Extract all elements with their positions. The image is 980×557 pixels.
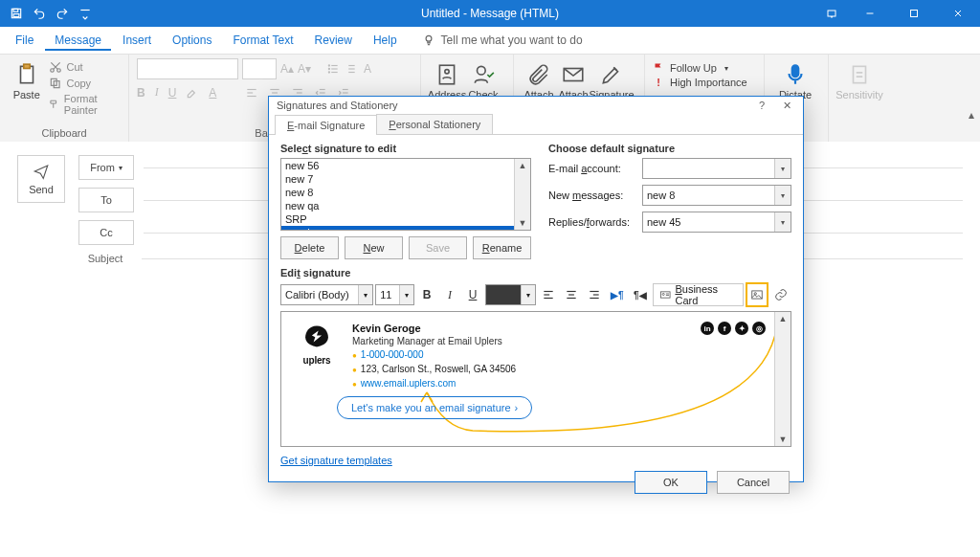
send-icon	[33, 163, 50, 180]
sensitivity-icon	[847, 62, 872, 87]
scrollbar[interactable]: ▲▼	[514, 159, 530, 230]
list-item[interactable]: new 56	[281, 159, 530, 172]
tab-personal-stationery[interactable]: Personal Stationery	[376, 114, 493, 134]
italic-button[interactable]: I	[155, 85, 159, 100]
clear-format-icon[interactable]: A	[361, 62, 374, 76]
svg-rect-40	[439, 65, 454, 84]
email-account-combo[interactable]: ▾	[642, 158, 791, 179]
menu-file[interactable]: File	[6, 30, 43, 51]
rename-button[interactable]: Rename	[473, 236, 531, 259]
tell-me-label: Tell me what you want to do	[441, 33, 583, 47]
font-name-combo[interactable]	[137, 58, 238, 79]
cut-button[interactable]: Cut	[49, 60, 121, 74]
list-item-selected[interactable]: yuval	[281, 226, 530, 231]
editor-toolbar: Calibri (Body)▾ 11▾ B I U ▾ ▶¶ ¶◀ Busine…	[280, 282, 791, 307]
attach-file-button[interactable]: Attach	[522, 58, 556, 100]
svg-point-18	[328, 68, 329, 69]
insert-image-button[interactable]	[746, 282, 768, 307]
editor-align-left-button[interactable]	[538, 283, 559, 306]
replies-combo[interactable]: new 45▾	[642, 212, 791, 233]
editor-rtl-button[interactable]: ¶◀	[630, 283, 651, 306]
cancel-button[interactable]: Cancel	[717, 471, 790, 494]
envelope-icon	[561, 62, 586, 87]
signature-button[interactable]: Signature	[590, 58, 633, 100]
format-painter-button[interactable]: Format Painter	[49, 93, 121, 116]
bold-button[interactable]: B	[137, 86, 145, 100]
facebook-icon: f	[718, 322, 731, 335]
editor-align-center-button[interactable]	[561, 283, 582, 306]
font-color-icon[interactable]: A	[209, 86, 216, 100]
copy-button[interactable]: Copy	[49, 77, 121, 90]
signature-cta[interactable]: Let's make you an email signature›	[337, 396, 532, 419]
clipboard-group-label: Clipboard	[8, 127, 121, 141]
to-button[interactable]: To	[78, 188, 134, 212]
high-importance-button[interactable]: !High Importance	[653, 77, 747, 88]
editor-bold-button[interactable]: B	[416, 283, 437, 306]
from-button[interactable]: From▾	[78, 155, 134, 180]
svg-rect-45	[854, 66, 866, 82]
paste-button[interactable]: Paste	[8, 58, 45, 100]
highlight-icon[interactable]	[186, 86, 199, 100]
twitter-icon: ✦	[735, 322, 748, 335]
delete-button[interactable]: Delete	[280, 236, 339, 259]
insert-link-button[interactable]	[770, 283, 791, 306]
cc-button[interactable]: Cc	[78, 220, 134, 245]
svg-rect-44	[792, 65, 799, 77]
save-button[interactable]: Save	[409, 236, 467, 259]
menu-help[interactable]: Help	[364, 30, 407, 51]
microphone-icon	[783, 62, 808, 87]
align-left-icon[interactable]	[245, 86, 258, 100]
attach-item-button[interactable]: Attach	[556, 58, 590, 100]
tab-email-signature[interactable]: E-mail Signature	[275, 115, 377, 135]
list-item[interactable]: new 7	[281, 172, 530, 186]
new-messages-combo[interactable]: new 8▾	[642, 185, 791, 206]
bullets-icon[interactable]	[326, 62, 340, 76]
exclamation-icon: !	[653, 77, 664, 88]
check-names-button[interactable]: Check	[465, 58, 501, 100]
ok-button[interactable]: OK	[635, 471, 707, 494]
clipboard-icon	[14, 62, 39, 87]
editor-color-combo[interactable]: ▾	[485, 284, 536, 305]
editor-ltr-button[interactable]: ▶¶	[607, 283, 628, 306]
editor-font-combo[interactable]: Calibri (Body)▾	[280, 284, 373, 305]
dictate-button[interactable]: Dictate	[772, 58, 818, 100]
signature-phone: 1-000-000-000	[361, 349, 424, 360]
close-icon[interactable]: ✕	[778, 97, 795, 114]
new-button[interactable]: New	[345, 236, 403, 259]
send-button[interactable]: Send	[17, 155, 65, 203]
help-icon[interactable]: ?	[753, 97, 770, 114]
menu-insert[interactable]: Insert	[113, 30, 161, 51]
numbering-icon[interactable]	[344, 62, 357, 76]
address-book-button[interactable]: Address	[429, 58, 465, 100]
follow-up-button[interactable]: Follow Up▾	[653, 62, 747, 74]
list-item[interactable]: SRP	[281, 212, 530, 226]
instagram-icon: ◎	[752, 322, 766, 335]
editor-size-combo[interactable]: 11▾	[375, 284, 414, 305]
menu-options[interactable]: Options	[163, 30, 221, 51]
signature-editor[interactable]: uplers Kevin Geroge Marketing Manager at…	[280, 311, 791, 447]
collapse-ribbon-icon[interactable]: ▴	[969, 108, 974, 122]
lightbulb-icon	[422, 33, 435, 47]
editor-underline-button[interactable]: U	[462, 283, 483, 306]
business-card-button[interactable]: Business Card	[653, 283, 744, 306]
chevron-down-icon: ▾	[774, 212, 791, 232]
get-templates-link[interactable]: Get signature templates	[280, 455, 392, 466]
menu-review[interactable]: Review	[305, 30, 362, 51]
increase-font-icon[interactable]: A▴	[280, 62, 294, 76]
tell-me-search[interactable]: Tell me what you want to do	[422, 33, 583, 47]
signature-list[interactable]: new 56 new 7 new 8 new qa SRP yuval ▲▼	[280, 158, 531, 231]
decrease-font-icon[interactable]: A▾	[298, 62, 311, 76]
menu-message[interactable]: Message	[45, 30, 111, 51]
menu-format-text[interactable]: Format Text	[223, 30, 302, 51]
chevron-down-icon: ▾	[774, 159, 791, 178]
address-book-icon	[434, 62, 459, 87]
subject-label: Subject	[78, 253, 132, 264]
list-item[interactable]: new qa	[281, 199, 530, 212]
editor-align-right-button[interactable]	[584, 283, 605, 306]
editor-italic-button[interactable]: I	[439, 283, 460, 306]
list-item[interactable]: new 8	[281, 186, 530, 199]
signatures-dialog: Signatures and Stationery ? ✕ E-mail Sig…	[268, 96, 804, 482]
font-size-combo[interactable]	[242, 58, 277, 79]
editor-scrollbar[interactable]: ▲▼	[774, 312, 791, 446]
underline-button[interactable]: U	[168, 86, 177, 100]
